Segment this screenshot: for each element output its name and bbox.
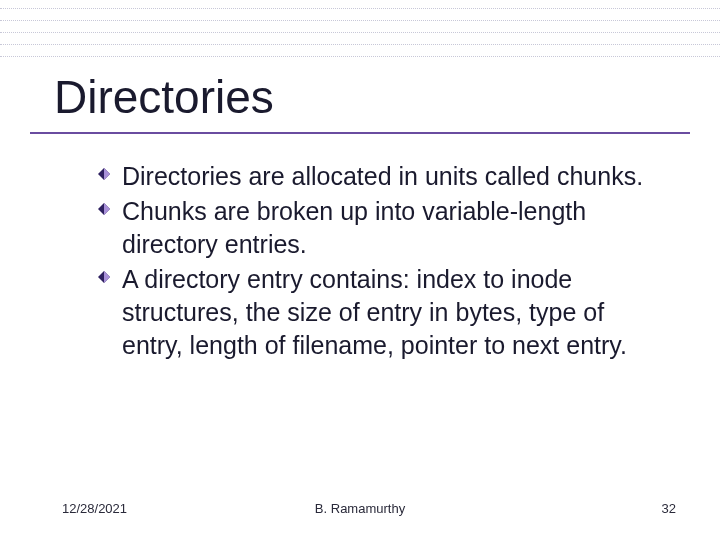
footer-author: B. Ramamurthy [315,501,405,516]
footer-date: 12/28/2021 [62,501,127,516]
svg-marker-1 [104,168,110,180]
diamond-bullet-icon [98,203,110,215]
bullet-item: Directories are allocated in units calle… [98,160,660,193]
footer-page-number: 32 [662,501,676,516]
bullet-text: Chunks are broken up into variable-lengt… [122,197,586,258]
slide-footer: 12/28/2021 B. Ramamurthy 32 [0,496,720,516]
bullet-text: Directories are allocated in units calle… [122,162,643,190]
diamond-bullet-icon [98,271,110,283]
title-underline [30,132,690,134]
slide: Directories Directories are allocated in… [0,0,720,540]
diamond-bullet-icon [98,168,110,180]
bullet-item: Chunks are broken up into variable-lengt… [98,195,660,261]
bullet-text: A directory entry contains: index to ino… [122,265,627,359]
slide-content: Directories are allocated in units calle… [98,160,660,364]
svg-marker-3 [104,203,110,215]
bullet-item: A directory entry contains: index to ino… [98,263,660,362]
svg-marker-5 [104,271,110,283]
slide-title: Directories [54,70,274,124]
